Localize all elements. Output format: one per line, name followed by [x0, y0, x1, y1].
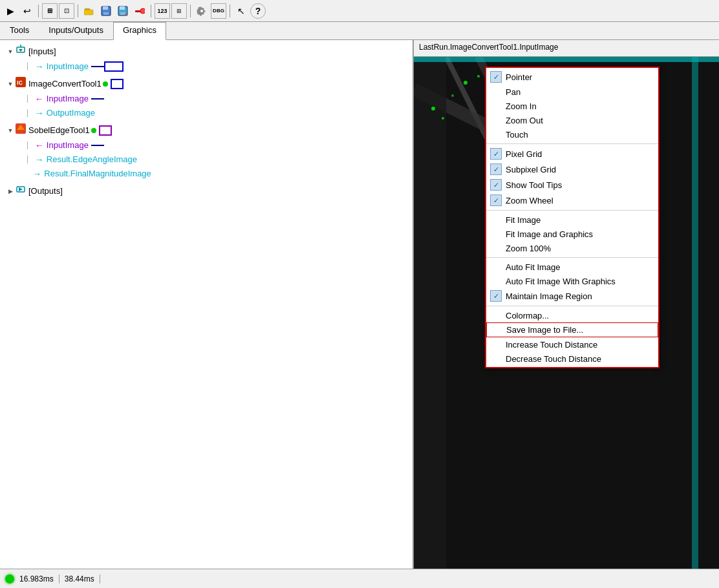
help-btn[interactable]: ? — [250, 3, 266, 19]
tab-graphics[interactable]: Graphics — [113, 22, 166, 40]
output-arrow-icon-3: → — [35, 153, 44, 166]
expander-outputs[interactable]: ▶ — [5, 186, 16, 196]
outputimage-label: OutputImage — [47, 107, 95, 120]
menu-item-zoom-100[interactable]: Zoom 100% — [486, 241, 658, 255]
svg-marker-14 — [19, 49, 23, 52]
menu-item-fit-image[interactable]: Fit Image — [486, 213, 658, 227]
tabbar: Tools Inputs/Outputs Graphics — [0, 22, 719, 40]
svg-point-30 — [464, 81, 467, 85]
menu-label-pointer: Pointer — [506, 72, 532, 82]
inputimage1-label: InputImage — [47, 60, 89, 73]
menu-item-decrease-touch[interactable]: Decrease Touch Distance — [486, 352, 658, 366]
menu-label-maintain-image: Maintain Image Region — [506, 291, 592, 301]
menu-item-increase-touch[interactable]: Increase Touch Distance — [486, 337, 658, 352]
toolbar-sep-3 — [151, 5, 151, 17]
menu-sep-1 — [486, 143, 658, 144]
menu-item-zoom-in[interactable]: Zoom In — [486, 99, 658, 113]
show-all-btn[interactable]: ⊞ — [42, 3, 58, 19]
svg-point-29 — [451, 94, 454, 97]
status-time2: 38.44ms — [65, 574, 100, 583]
settings-btn[interactable] — [194, 3, 209, 19]
menu-label-fit-image-graphics: Fit Image and Graphics — [506, 229, 593, 239]
menu-item-colormap[interactable]: Colormap... — [486, 308, 658, 322]
tree-item-inputimage1: │ → InputImage — [3, 59, 410, 74]
menu-item-auto-fit-graphics[interactable]: Auto Fit Image With Graphics — [486, 274, 658, 288]
menu-checkbox-show-tool-tips: ✓ — [490, 179, 502, 191]
image-area[interactable]: ✓PointerPanZoom InZoom OutTouch✓Pixel Gr… — [414, 57, 719, 569]
main-layout: ▼ [Inputs] │ → InputImage ▼ IC Im — [0, 40, 719, 569]
outputs-icon — [16, 184, 26, 198]
menu-label-zoom-100: Zoom 100% — [506, 244, 551, 253]
menu-item-subpixel-grid[interactable]: ✓Subpixel Grid — [486, 162, 658, 177]
expander-inputs[interactable]: ▼ — [5, 47, 16, 57]
menu-item-pixel-grid[interactable]: ✓Pixel Grid — [486, 146, 658, 162]
menu-label-increase-touch: Increase Touch Distance — [506, 340, 597, 350]
debug-btn[interactable]: DBG — [211, 3, 226, 19]
svg-rect-32 — [414, 57, 719, 62]
menu-item-show-tool-tips[interactable]: ✓Show Tool Tips — [486, 177, 658, 193]
open-btn[interactable] — [81, 3, 97, 19]
svg-point-28 — [442, 117, 444, 120]
tree-item-imageconvert: ▼ IC ImageConvertTool1 — [3, 76, 410, 92]
inputs-icon — [16, 45, 26, 59]
menu-item-auto-fit-image[interactable]: Auto Fit Image — [486, 260, 658, 274]
green-dot-2 — [91, 128, 96, 133]
menu-label-colormap: Colormap... — [506, 311, 549, 320]
menu-item-pointer[interactable]: ✓Pointer — [486, 69, 658, 85]
expander-sobel[interactable]: ▼ — [5, 125, 16, 136]
menu-checkbox-pointer: ✓ — [490, 71, 502, 83]
svg-marker-20 — [19, 187, 23, 191]
menu-item-fit-image-graphics[interactable]: Fit Image and Graphics — [486, 227, 658, 241]
menu-checkbox-zoom-wheel: ✓ — [490, 194, 502, 206]
pointer-btn[interactable]: ↖ — [233, 3, 249, 19]
menu-label-fit-image: Fit Image — [506, 215, 541, 225]
num-btn[interactable]: 123 — [155, 3, 170, 19]
statusbar: 16.983ms 38.44ms — [0, 569, 719, 588]
grid-btn[interactable]: ⊞ — [171, 3, 187, 19]
tab-inputs-outputs[interactable]: Inputs/Outputs — [39, 22, 113, 39]
output-arrow-icon-4: → — [32, 167, 41, 180]
menu-item-zoom-wheel[interactable]: ✓Zoom Wheel — [486, 193, 658, 208]
svg-point-11 — [200, 9, 204, 12]
menu-item-pan[interactable]: Pan — [486, 85, 658, 99]
expander-imageconvert[interactable]: ▼ — [5, 79, 16, 89]
show-btn2[interactable]: ⊡ — [59, 3, 74, 19]
svg-text:IC: IC — [17, 79, 23, 86]
menu-item-touch[interactable]: Touch — [486, 127, 658, 142]
input-arrow-icon-1: ← — [35, 92, 44, 105]
menu-label-save-image: Save Image to File... — [506, 325, 583, 335]
right-header: LastRun.ImageConvertTool1.InputImage — [414, 40, 719, 57]
menu-label-auto-fit-graphics: Auto Fit Image With Graphics — [506, 277, 616, 286]
sobel-label: SobelEdgeTool1 — [28, 124, 90, 137]
menu-label-auto-fit-image: Auto Fit Image — [506, 262, 561, 272]
close-btn[interactable] — [132, 3, 147, 19]
tree-item-edgeangle: │ → Result.EdgeAngleImage — [3, 152, 410, 167]
run-btn[interactable]: ▶ — [3, 3, 18, 19]
toolbar-sep-4 — [190, 5, 191, 17]
inputimage3-label: InputImage — [47, 139, 89, 152]
menu-label-pan: Pan — [506, 87, 520, 97]
tree-item-outputimage: │ → OutputImage — [3, 106, 410, 120]
menu-item-save-image[interactable]: Save Image to File... — [486, 322, 658, 337]
save-btn[interactable] — [98, 3, 114, 19]
undo-btn[interactable]: ↩ — [19, 3, 35, 19]
svg-rect-6 — [120, 6, 125, 10]
menu-label-zoom-in: Zoom In — [506, 101, 537, 111]
status-time1: 16.983ms — [19, 574, 59, 583]
svg-point-10 — [140, 8, 145, 14]
saveas-btn[interactable]: + — [115, 3, 131, 19]
menu-sep-3 — [486, 257, 658, 258]
edgeangle-label: Result.EdgeAngleImage — [47, 153, 137, 166]
tree-item-sobel: ▼ SobelEdgeTool1 — [3, 123, 410, 138]
inputimage2-label: InputImage — [47, 92, 89, 105]
input-arrow-icon-2: ← — [35, 139, 44, 152]
menu-item-zoom-out[interactable]: Zoom Out — [486, 113, 658, 127]
tree-item-finalmag: → Result.FinalMagnitudeImage — [3, 167, 410, 181]
menu-checkbox-subpixel-grid: ✓ — [490, 163, 502, 175]
tab-tools[interactable]: Tools — [0, 22, 39, 39]
menu-label-decrease-touch: Decrease Touch Distance — [506, 354, 601, 364]
imageconvert-label: ImageConvertTool1 — [28, 78, 102, 90]
menu-item-maintain-image[interactable]: ✓Maintain Image Region — [486, 288, 658, 304]
context-menu: ✓PointerPanZoom InZoom OutTouch✓Pixel Gr… — [485, 67, 660, 368]
tree-item-outputs: ▶ [Outputs] — [3, 184, 410, 199]
